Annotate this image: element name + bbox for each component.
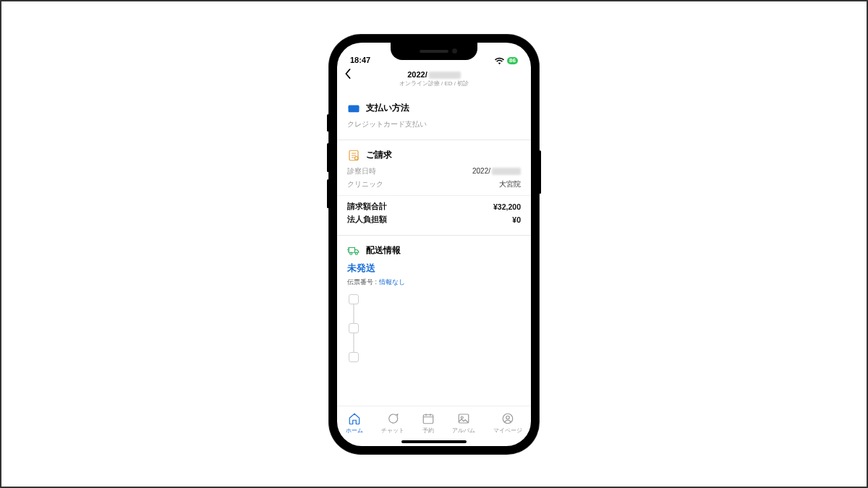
progress-node xyxy=(349,294,359,304)
invoice-icon xyxy=(347,149,360,162)
svg-point-9 xyxy=(461,416,464,419)
tab-label: アルバム xyxy=(452,427,475,435)
billing-section: ご請求 診察日時 2022/ クリニック 大宮院 請求額合計 ¥32,200 法… xyxy=(337,140,531,236)
progress-link xyxy=(353,333,354,352)
svg-point-4 xyxy=(355,156,359,160)
billing-row-corp: 法人負担額 ¥0 xyxy=(347,215,521,225)
page-title-prefix: 2022/ xyxy=(407,70,427,79)
phone-side-button xyxy=(539,150,541,194)
image-icon xyxy=(457,412,470,427)
billing-section-title: ご請求 xyxy=(366,149,392,161)
shipping-tracking: 伝票番号 : 情報なし xyxy=(347,278,521,287)
billing-row-datetime: 診察日時 2022/ xyxy=(347,166,521,176)
shipping-tracking-value[interactable]: 情報なし xyxy=(379,278,405,286)
billing-corp-value: ¥0 xyxy=(512,215,521,224)
shipping-status: 未発送 xyxy=(347,262,521,275)
chat-icon xyxy=(386,412,399,427)
app-header: 2022/ オンライン診療 / ED / 初診 xyxy=(337,66,531,93)
shipping-section-title: 配送情報 xyxy=(366,244,401,257)
status-time: 18:47 xyxy=(350,56,370,64)
back-button[interactable] xyxy=(344,69,352,81)
divider xyxy=(337,195,531,196)
tab-label: 予約 xyxy=(422,427,434,435)
truck-icon xyxy=(347,244,360,257)
svg-rect-2 xyxy=(350,110,354,111)
tab-label: マイページ xyxy=(493,427,522,435)
phone-side-button xyxy=(327,179,329,208)
tab-album[interactable]: アルバム xyxy=(452,412,475,435)
progress-link xyxy=(353,304,354,323)
phone-side-button xyxy=(327,143,329,172)
redacted-text xyxy=(492,168,521,175)
svg-rect-7 xyxy=(423,414,433,423)
credit-card-icon xyxy=(347,102,360,115)
billing-corp-label: 法人負担額 xyxy=(347,215,387,225)
billing-total-label: 請求額合計 xyxy=(347,202,387,212)
svg-point-11 xyxy=(506,416,510,419)
billing-clinic-label: クリニック xyxy=(347,179,383,189)
page-subtitle: オンライン診療 / ED / 初診 xyxy=(346,80,522,87)
tab-reserve[interactable]: 予約 xyxy=(422,412,435,435)
payment-section-title: 支払い方法 xyxy=(366,102,409,114)
user-icon xyxy=(501,412,514,427)
tab-label: ホーム xyxy=(346,427,363,435)
billing-row-total: 請求額合計 ¥32,200 xyxy=(347,202,521,212)
tab-home[interactable]: ホーム xyxy=(346,412,363,435)
svg-point-5 xyxy=(350,252,352,254)
payment-section: 支払い方法 クレジットカード支払い xyxy=(337,93,531,140)
shipping-progress xyxy=(347,294,521,362)
page-title: 2022/ xyxy=(346,70,522,79)
tab-label: チャット xyxy=(381,427,404,435)
tab-chat[interactable]: チャット xyxy=(381,412,404,435)
screen: 18:47 86 2022/ オンライン診療 / ED / 初診 xyxy=(337,43,531,446)
billing-row-clinic: クリニック 大宮院 xyxy=(347,179,521,189)
payment-method-value: クレジットカード支払い xyxy=(347,119,521,129)
progress-node xyxy=(349,352,359,362)
battery-icon: 86 xyxy=(507,57,518,64)
shipping-section: 配送情報 未発送 伝票番号 : 情報なし xyxy=(337,236,531,372)
front-camera xyxy=(452,48,457,53)
content-scroll[interactable]: 支払い方法 クレジットカード支払い ご請求 診察日時 2022/ クリニック xyxy=(337,93,531,406)
billing-total-value: ¥32,200 xyxy=(493,202,521,211)
tab-bar: ホーム チャット 予約 アルバム xyxy=(337,406,531,446)
home-indicator[interactable] xyxy=(401,440,467,443)
billing-clinic-value: 大宮院 xyxy=(499,179,521,189)
svg-rect-0 xyxy=(349,105,359,112)
notch xyxy=(391,43,477,60)
svg-point-6 xyxy=(355,252,357,254)
home-icon xyxy=(348,412,361,427)
svg-rect-1 xyxy=(349,106,359,108)
calendar-icon xyxy=(422,412,435,427)
tab-mypage[interactable]: マイページ xyxy=(493,412,522,435)
billing-datetime-prefix: 2022/ xyxy=(472,167,490,175)
wifi-icon xyxy=(495,57,504,64)
billing-datetime-label: 診察日時 xyxy=(347,166,376,176)
speaker-grille xyxy=(420,50,448,53)
redacted-text xyxy=(429,72,461,79)
phone-side-button xyxy=(327,114,329,132)
progress-node xyxy=(349,323,359,333)
shipping-tracking-label: 伝票番号 : xyxy=(347,278,377,286)
phone-frame: 18:47 86 2022/ オンライン診療 / ED / 初診 xyxy=(329,35,539,454)
